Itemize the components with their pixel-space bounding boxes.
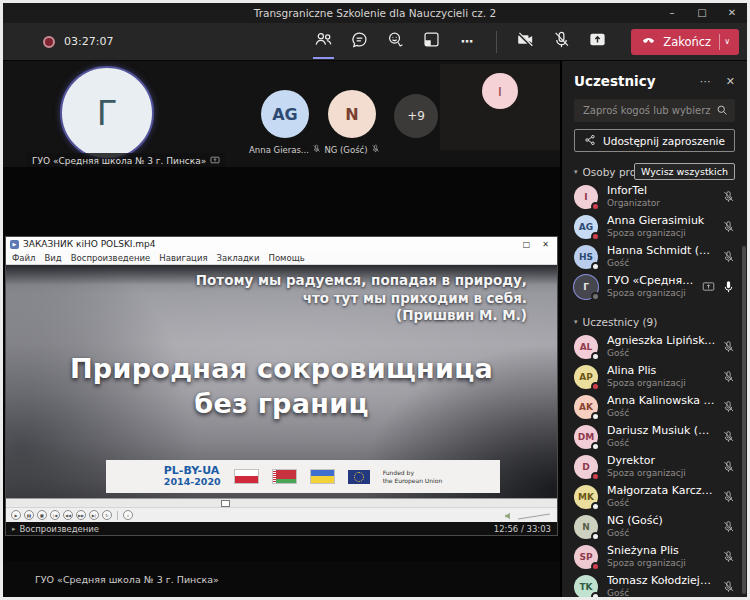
invite-search-box[interactable] [574,99,735,122]
mic-off-icon[interactable] [722,488,735,507]
participant-info: Małgorzata Karczewska (Gość)Gość [607,485,716,509]
main-speaker-tile[interactable]: Г [60,66,154,160]
mic-off-icon[interactable] [722,428,735,447]
funded-by-label: Funded by the European Union [383,469,443,483]
mic-off-icon[interactable] [722,398,735,417]
player-control-button[interactable]: ▶| [89,510,99,520]
overflow-participants-tile[interactable]: +9 [394,94,438,138]
panel-more-icon[interactable]: ⋯ [700,75,711,88]
self-view-tile[interactable]: I [440,64,560,150]
mic-off-icon[interactable] [722,458,735,477]
player-control-button[interactable]: » [123,510,133,520]
participant-section-header[interactable]: ▾Osoby prowadzące (4)Wycisz wszystkich [574,161,735,182]
presence-badge [591,562,600,571]
maximize-button[interactable]: □ [687,3,717,23]
mic-off-icon[interactable] [722,218,735,237]
panel-close-icon[interactable]: ✕ [726,75,735,88]
eu-flag [348,470,370,484]
seek-bar[interactable] [6,498,557,507]
participant-subtitle: Gość [607,528,716,539]
player-statusbar: ▸ Воспроизведение 12:56 / 33:03 [6,522,557,535]
mic-off-icon[interactable] [722,248,735,267]
participants-panel: Uczestnicy ⋯ ✕ Udostępnij zaproszenie ▾O… [560,61,747,597]
player-control-button[interactable]: ▮▮ [24,510,34,520]
avatar-initials: AP [579,372,593,382]
main-speaker-initial: Г [97,93,118,133]
participant-row[interactable]: APAlina PlisSpoza organizacji [574,362,735,392]
hangup-icon [641,32,656,51]
share-invite-button[interactable]: Udostępnij zaproszenie [574,129,735,152]
funded-line-2: the European Union [383,477,443,484]
player-control-button[interactable]: ◀◀ [63,510,73,520]
player-control-button[interactable]: ▶ [11,510,21,520]
participant-row[interactable]: DDyrektorSpoza organizacji [574,452,735,482]
chevron-down-icon[interactable]: ∨ [720,37,734,46]
search-input[interactable] [581,104,716,117]
player-menu-item[interactable]: Воспроизведение [71,253,151,263]
player-menu-item[interactable]: Файл [12,253,35,263]
participant-name: Anna Gierasimiuk [607,215,716,228]
participant-row[interactable]: TKTomasz Kołodziejczak (Gość)Gość [574,572,735,597]
participant-row[interactable]: MKMałgorzata Karczewska (Gość)Gość [574,482,735,512]
scrollbar-thumb[interactable] [742,246,746,594]
player-menu-item[interactable]: Вид [44,253,61,263]
player-menu-item[interactable]: Помощь [269,253,305,263]
camera-toggle-button[interactable] [511,27,540,56]
avatar-initials: SP [579,552,592,562]
player-control-button[interactable]: ■ [37,510,47,520]
player-control-button[interactable]: ↻ [102,510,112,520]
participant-tile[interactable]: AGAnna Gieras... [254,90,316,155]
mic-off-icon[interactable] [722,338,735,357]
player-maximize-button[interactable]: □ [519,240,534,249]
volume-slider[interactable] [518,511,552,520]
presence-badge [591,502,600,511]
chat-button[interactable] [345,27,374,56]
participant-row[interactable]: SPŚnieżyna PlisSpoza organizacji [574,542,735,572]
section-label: Osoby prowadzące (4) [583,166,634,178]
avatar: AL [574,335,598,359]
mic-off-icon[interactable] [722,518,735,537]
mic-off-icon[interactable] [722,368,735,387]
mic-toggle-button[interactable] [547,27,576,56]
breakout-rooms-button[interactable] [417,27,446,56]
player-controls: ▶▮▮■|◀◀◀▶▶▶|↻» [6,507,557,522]
mic-off-icon[interactable] [722,548,735,567]
more-options-button[interactable]: ⋯ [453,27,482,56]
minimize-button[interactable]: – [657,3,687,23]
self-initial: I [498,84,502,99]
participant-row[interactable]: NNG (Gość)Gość [574,512,735,542]
participant-row[interactable]: IInforTelOrganizator [574,182,735,212]
share-tray-button[interactable] [583,27,612,56]
participant-row[interactable]: HSHanna Schmidt (Gość)Gość [574,242,735,272]
player-control-button[interactable]: ▶▶ [76,510,86,520]
share-screen-icon [588,30,607,53]
end-call-button[interactable]: Zakończ ∨ [631,29,739,55]
meeting-stage: Г ГУО «Средняя школа № 3 г. Пинска» AGAn… [3,61,560,597]
participant-name: Dariusz Musiuk (Gość) [607,425,716,438]
mic-on-icon[interactable] [722,278,735,297]
avatar-strip: Г ГУО «Средняя школа № 3 г. Пинска» AGAn… [3,61,560,167]
participant-icons [722,458,735,477]
mic-off-icon[interactable] [722,188,735,207]
participant-row[interactable]: ALAgnieszka Lipińska (Gość)Gość [574,332,735,362]
participant-tile[interactable]: NNG (Gość) [321,90,383,155]
participant-row[interactable]: AKAnna Kalinowska (Gość)Gość [574,392,735,422]
close-button[interactable]: ✕ [717,3,747,23]
seek-thumb[interactable] [221,500,230,507]
player-menu-item[interactable]: Навигация [159,253,207,263]
avatar-initials: DM [578,432,594,442]
mute-all-button[interactable]: Wycisz wszystkich [634,163,735,180]
player-control-button[interactable]: |◀ [50,510,60,520]
player-close-button[interactable]: ✕ [538,240,553,249]
reactions-button[interactable] [381,27,410,56]
presence-badge [591,472,600,481]
participant-row[interactable]: ГГУО «Средняя школа ...Spoza organizacji [574,272,735,302]
participant-section-header[interactable]: ▾Uczestnicy (9) [574,311,735,332]
participant-row[interactable]: DMDariusz Musiuk (Gość)Gość [574,422,735,452]
participant-row[interactable]: AGAnna GierasimiukSpoza organizacji [574,212,735,242]
participants-button[interactable] [309,27,338,56]
player-status: Воспроизведение [20,524,100,534]
avatar: DM [574,425,598,449]
mic-off-icon[interactable] [722,578,735,597]
player-menu-item[interactable]: Закладки [217,253,260,263]
